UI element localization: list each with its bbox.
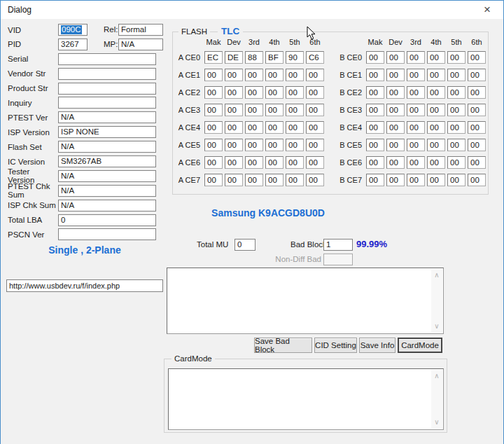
flash-cell-input[interactable]: 00 [306, 104, 324, 116]
field-input[interactable] [58, 83, 156, 95]
scroll-down-icon[interactable]: ∨ [431, 417, 442, 427]
flash-cell-input[interactable]: 00 [265, 174, 284, 186]
flash-cell-input[interactable]: 88 [245, 51, 263, 64]
flash-cell-input[interactable]: 00 [306, 121, 324, 134]
flash-cell-input[interactable]: 00 [386, 174, 405, 186]
flash-cell-input[interactable]: 00 [265, 121, 284, 134]
flash-cell-input[interactable]: 00 [468, 86, 486, 99]
flash-cell-input[interactable]: 00 [286, 121, 304, 134]
flash-cell-input[interactable]: 00 [447, 69, 465, 81]
flash-cell-input[interactable]: 00 [386, 69, 405, 81]
scroll-down-icon[interactable]: ∨ [431, 321, 442, 331]
flash-cell-input[interactable]: 00 [265, 86, 284, 99]
flash-cell-input[interactable]: 00 [386, 86, 405, 99]
flash-cell-input[interactable]: 00 [265, 156, 284, 169]
flash-cell-input[interactable]: 00 [427, 121, 445, 134]
flash-cell-input[interactable]: 00 [204, 104, 223, 116]
flash-cell-input[interactable]: 00 [204, 69, 223, 81]
flash-cell-input[interactable]: 00 [407, 86, 425, 99]
flash-cell-input[interactable]: 00 [447, 174, 465, 186]
field-input[interactable]: 090C [58, 24, 88, 36]
log-scrollbar[interactable]: ∧ ∨ [431, 269, 442, 333]
field-input[interactable]: N/A [58, 185, 156, 197]
scroll-up-icon[interactable]: ∧ [431, 270, 442, 280]
field-input[interactable]: N/A [58, 111, 156, 123]
flash-cell-input[interactable]: 00 [468, 121, 486, 134]
flash-cell-input[interactable]: 00 [245, 69, 263, 81]
flash-cell-input[interactable]: 00 [306, 69, 324, 81]
flash-cell-input[interactable]: 00 [447, 156, 465, 169]
flash-cell-input[interactable]: 00 [306, 156, 324, 169]
flash-cell-input[interactable]: 00 [407, 156, 425, 169]
cid-setting-button[interactable]: CID Setting [314, 338, 357, 353]
flash-cell-input[interactable]: 00 [366, 51, 384, 64]
flash-cell-input[interactable]: 00 [306, 86, 324, 99]
flash-cell-input[interactable]: 00 [225, 104, 243, 116]
total-mu-input[interactable]: 0 [234, 239, 255, 251]
flash-cell-input[interactable]: 00 [225, 139, 243, 151]
flash-cell-input[interactable]: 00 [265, 104, 284, 116]
flash-cell-input[interactable]: 00 [286, 174, 304, 186]
cardmode-scrollbar[interactable]: ∧ ∨ [431, 370, 442, 429]
bad-block-input[interactable]: 1 [323, 239, 353, 251]
flash-cell-input[interactable]: 00 [366, 104, 384, 116]
field-input[interactable]: 3267 [58, 39, 88, 50]
flash-cell-input[interactable]: 00 [286, 69, 304, 81]
flash-cell-input[interactable]: 00 [306, 174, 324, 186]
flash-cell-input[interactable]: 00 [245, 104, 263, 116]
flash-cell-input[interactable]: 00 [427, 69, 445, 81]
field-input[interactable] [58, 68, 156, 80]
save-bad-block-button[interactable]: Save Bad Block [254, 338, 312, 353]
flash-cell-input[interactable]: 00 [468, 51, 486, 64]
flash-cell-input[interactable]: 00 [427, 51, 445, 64]
flash-cell-input[interactable]: 00 [306, 139, 324, 151]
flash-cell-input[interactable]: DE [225, 51, 243, 64]
flash-cell-input[interactable]: 00 [468, 174, 486, 186]
flash-cell-input[interactable]: 00 [245, 86, 263, 99]
flash-cell-input[interactable]: 00 [407, 104, 425, 116]
field-input[interactable] [58, 228, 156, 240]
field-input[interactable]: ISP NONE [58, 126, 156, 138]
close-icon[interactable]: × [474, 1, 500, 18]
flash-cell-input[interactable]: 00 [204, 174, 223, 186]
flash-cell-input[interactable]: 00 [407, 139, 425, 151]
field-input[interactable]: N/A [58, 200, 156, 211]
flash-cell-input[interactable]: 00 [245, 139, 263, 151]
flash-cell-input[interactable]: 00 [245, 156, 263, 169]
flash-cell-input[interactable]: 00 [225, 86, 243, 99]
flash-cell-input[interactable]: 00 [427, 174, 445, 186]
flash-cell-input[interactable]: 00 [286, 156, 304, 169]
flash-cell-input[interactable]: 00 [407, 174, 425, 186]
field-input[interactable] [58, 53, 156, 65]
flash-cell-input[interactable]: 00 [468, 139, 486, 151]
cardmode-button[interactable]: CardMode [398, 338, 442, 353]
scroll-up-icon[interactable]: ∧ [431, 371, 442, 381]
flash-cell-input[interactable]: C6 [306, 51, 324, 64]
flash-cell-input[interactable]: 90 [286, 51, 304, 64]
flash-cell-input[interactable]: 00 [245, 121, 263, 134]
flash-cell-input[interactable]: 00 [204, 121, 223, 134]
flash-cell-input[interactable]: 00 [225, 121, 243, 134]
flash-cell-input[interactable]: 00 [427, 156, 445, 169]
flash-cell-input[interactable]: 00 [366, 86, 384, 99]
flash-cell-input[interactable]: 00 [386, 139, 405, 151]
flash-cell-input[interactable]: 00 [265, 139, 284, 151]
field-input[interactable] [58, 97, 156, 109]
mp-input[interactable]: N/A [118, 39, 163, 50]
flash-cell-input[interactable]: 00 [225, 156, 243, 169]
flash-cell-input[interactable]: 00 [386, 104, 405, 116]
url-input[interactable]: http://www.usbdev.ru/f/index.php [6, 279, 163, 292]
flash-cell-input[interactable]: 00 [245, 174, 263, 186]
cardmode-listbox[interactable]: ∧ ∨ [168, 368, 444, 430]
flash-cell-input[interactable]: 00 [386, 121, 405, 134]
flash-cell-input[interactable]: 00 [286, 104, 304, 116]
flash-cell-input[interactable]: BF [265, 51, 284, 64]
rel-input[interactable]: Formal [118, 24, 163, 36]
flash-cell-input[interactable]: 00 [447, 121, 465, 134]
flash-cell-input[interactable]: 00 [204, 139, 223, 151]
flash-cell-input[interactable]: 00 [427, 139, 445, 151]
flash-cell-input[interactable]: 00 [407, 69, 425, 81]
flash-cell-input[interactable]: 00 [468, 69, 486, 81]
flash-cell-input[interactable]: 00 [286, 139, 304, 151]
flash-cell-input[interactable]: 00 [468, 104, 486, 116]
